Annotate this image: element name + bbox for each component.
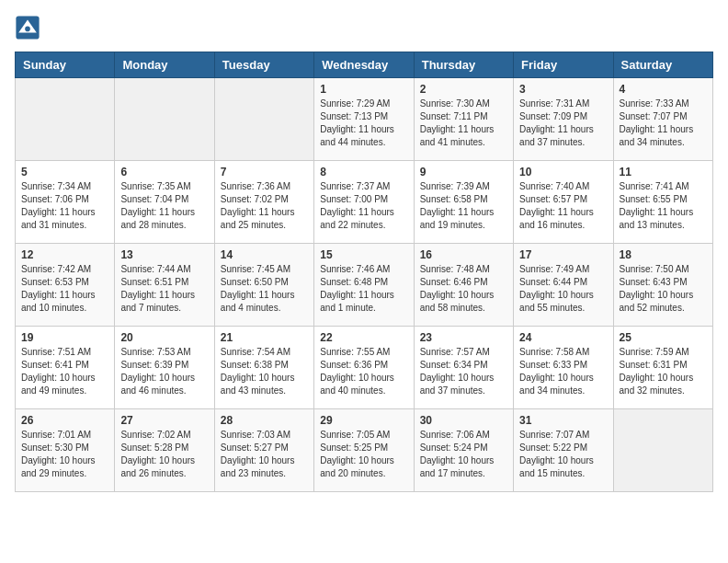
day-info: Sunrise: 7:42 AM Sunset: 6:53 PM Dayligh… (21, 263, 108, 315)
day-number: 28 (221, 414, 308, 427)
day-info: Sunrise: 7:36 AM Sunset: 7:02 PM Dayligh… (221, 180, 308, 232)
calendar-cell (115, 78, 214, 161)
calendar-cell (613, 409, 712, 492)
calendar-cell: 30Sunrise: 7:06 AM Sunset: 5:24 PM Dayli… (414, 409, 513, 492)
day-number: 23 (420, 331, 507, 344)
day-info: Sunrise: 7:35 AM Sunset: 7:04 PM Dayligh… (120, 180, 208, 232)
day-number: 4 (620, 83, 707, 96)
weekday-header-thursday: Thursday (414, 52, 513, 78)
day-number: 2 (420, 83, 507, 96)
weekday-header-row: SundayMondayTuesdayWednesdayThursdayFrid… (16, 52, 713, 78)
day-number: 1 (320, 83, 407, 96)
day-number: 16 (420, 248, 507, 261)
calendar-week-row: 12Sunrise: 7:42 AM Sunset: 6:53 PM Dayli… (16, 244, 713, 327)
day-info: Sunrise: 7:55 AM Sunset: 6:36 PM Dayligh… (320, 346, 407, 397)
calendar-table: SundayMondayTuesdayWednesdayThursdayFrid… (15, 52, 713, 492)
calendar-cell: 31Sunrise: 7:07 AM Sunset: 5:22 PM Dayli… (514, 409, 613, 492)
day-number: 17 (519, 248, 607, 261)
calendar-cell: 17Sunrise: 7:49 AM Sunset: 6:44 PM Dayli… (514, 244, 613, 327)
day-number: 9 (420, 166, 507, 178)
calendar-cell: 7Sunrise: 7:36 AM Sunset: 7:02 PM Daylig… (214, 161, 313, 244)
svg-point-2 (25, 27, 30, 32)
calendar-cell: 13Sunrise: 7:44 AM Sunset: 6:51 PM Dayli… (115, 244, 214, 327)
calendar-cell: 27Sunrise: 7:02 AM Sunset: 5:28 PM Dayli… (115, 409, 214, 492)
day-info: Sunrise: 7:59 AM Sunset: 6:31 PM Dayligh… (620, 346, 707, 397)
calendar-cell: 12Sunrise: 7:42 AM Sunset: 6:53 PM Dayli… (16, 244, 115, 327)
weekday-header-saturday: Saturday (613, 52, 712, 78)
calendar-cell: 29Sunrise: 7:05 AM Sunset: 5:25 PM Dayli… (314, 409, 414, 492)
calendar-cell: 6Sunrise: 7:35 AM Sunset: 7:04 PM Daylig… (115, 161, 214, 244)
day-number: 26 (21, 414, 108, 427)
day-info: Sunrise: 7:07 AM Sunset: 5:22 PM Dayligh… (519, 429, 607, 480)
weekday-header-wednesday: Wednesday (314, 52, 414, 78)
day-number: 8 (320, 166, 407, 178)
day-info: Sunrise: 7:01 AM Sunset: 5:30 PM Dayligh… (21, 429, 108, 480)
day-info: Sunrise: 7:53 AM Sunset: 6:39 PM Dayligh… (120, 346, 208, 397)
calendar-cell: 28Sunrise: 7:03 AM Sunset: 5:27 PM Dayli… (214, 409, 313, 492)
day-number: 11 (620, 166, 707, 178)
day-info: Sunrise: 7:03 AM Sunset: 5:27 PM Dayligh… (221, 429, 308, 480)
calendar-cell: 18Sunrise: 7:50 AM Sunset: 6:43 PM Dayli… (613, 244, 712, 327)
day-info: Sunrise: 7:05 AM Sunset: 5:25 PM Dayligh… (320, 429, 407, 480)
logo (15, 15, 44, 40)
day-info: Sunrise: 7:39 AM Sunset: 6:58 PM Dayligh… (420, 180, 507, 232)
day-number: 24 (519, 331, 607, 344)
day-info: Sunrise: 7:48 AM Sunset: 6:46 PM Dayligh… (420, 263, 507, 315)
day-info: Sunrise: 7:06 AM Sunset: 5:24 PM Dayligh… (420, 429, 507, 480)
calendar-cell: 10Sunrise: 7:40 AM Sunset: 6:57 PM Dayli… (514, 161, 613, 244)
day-info: Sunrise: 7:31 AM Sunset: 7:09 PM Dayligh… (519, 98, 607, 149)
day-number: 27 (120, 414, 208, 427)
day-number: 12 (21, 248, 108, 261)
weekday-header-sunday: Sunday (16, 52, 115, 78)
day-number: 7 (221, 166, 308, 178)
calendar-cell: 21Sunrise: 7:54 AM Sunset: 6:38 PM Dayli… (214, 327, 313, 409)
calendar-cell: 1Sunrise: 7:29 AM Sunset: 7:13 PM Daylig… (314, 78, 414, 161)
calendar-cell: 3Sunrise: 7:31 AM Sunset: 7:09 PM Daylig… (514, 78, 613, 161)
calendar-week-row: 26Sunrise: 7:01 AM Sunset: 5:30 PM Dayli… (16, 409, 713, 492)
day-number: 5 (21, 166, 108, 178)
day-info: Sunrise: 7:34 AM Sunset: 7:06 PM Dayligh… (21, 180, 108, 232)
calendar-cell: 20Sunrise: 7:53 AM Sunset: 6:39 PM Dayli… (115, 327, 214, 409)
calendar-cell: 23Sunrise: 7:57 AM Sunset: 6:34 PM Dayli… (414, 327, 513, 409)
calendar-cell: 2Sunrise: 7:30 AM Sunset: 7:11 PM Daylig… (414, 78, 513, 161)
day-number: 13 (120, 248, 208, 261)
calendar-week-row: 19Sunrise: 7:51 AM Sunset: 6:41 PM Dayli… (16, 327, 713, 409)
day-info: Sunrise: 7:51 AM Sunset: 6:41 PM Dayligh… (21, 346, 108, 397)
page-header (15, 15, 713, 40)
day-info: Sunrise: 7:58 AM Sunset: 6:33 PM Dayligh… (519, 346, 607, 397)
day-info: Sunrise: 7:57 AM Sunset: 6:34 PM Dayligh… (420, 346, 507, 397)
day-number: 19 (21, 331, 108, 344)
day-number: 31 (519, 414, 607, 427)
day-number: 20 (120, 331, 208, 344)
day-info: Sunrise: 7:49 AM Sunset: 6:44 PM Dayligh… (519, 263, 607, 315)
day-info: Sunrise: 7:02 AM Sunset: 5:28 PM Dayligh… (120, 429, 208, 480)
weekday-header-monday: Monday (115, 52, 214, 78)
calendar-cell: 15Sunrise: 7:46 AM Sunset: 6:48 PM Dayli… (314, 244, 414, 327)
day-info: Sunrise: 7:29 AM Sunset: 7:13 PM Dayligh… (320, 98, 407, 149)
day-info: Sunrise: 7:30 AM Sunset: 7:11 PM Dayligh… (420, 98, 507, 149)
calendar-cell: 16Sunrise: 7:48 AM Sunset: 6:46 PM Dayli… (414, 244, 513, 327)
day-number: 30 (420, 414, 507, 427)
day-number: 3 (519, 83, 607, 96)
day-number: 21 (221, 331, 308, 344)
day-info: Sunrise: 7:50 AM Sunset: 6:43 PM Dayligh… (620, 263, 707, 315)
day-number: 29 (320, 414, 407, 427)
calendar-week-row: 1Sunrise: 7:29 AM Sunset: 7:13 PM Daylig… (16, 78, 713, 161)
calendar-cell: 4Sunrise: 7:33 AM Sunset: 7:07 PM Daylig… (613, 78, 712, 161)
calendar-cell (16, 78, 115, 161)
day-number: 6 (120, 166, 208, 178)
calendar-cell: 9Sunrise: 7:39 AM Sunset: 6:58 PM Daylig… (414, 161, 513, 244)
day-number: 18 (620, 248, 707, 261)
calendar-cell: 24Sunrise: 7:58 AM Sunset: 6:33 PM Dayli… (514, 327, 613, 409)
weekday-header-friday: Friday (514, 52, 613, 78)
day-info: Sunrise: 7:54 AM Sunset: 6:38 PM Dayligh… (221, 346, 308, 397)
day-number: 14 (221, 248, 308, 261)
day-info: Sunrise: 7:37 AM Sunset: 7:00 PM Dayligh… (320, 180, 407, 232)
calendar-cell: 19Sunrise: 7:51 AM Sunset: 6:41 PM Dayli… (16, 327, 115, 409)
day-info: Sunrise: 7:45 AM Sunset: 6:50 PM Dayligh… (221, 263, 308, 315)
calendar-cell: 14Sunrise: 7:45 AM Sunset: 6:50 PM Dayli… (214, 244, 313, 327)
calendar-cell: 8Sunrise: 7:37 AM Sunset: 7:00 PM Daylig… (314, 161, 414, 244)
day-number: 22 (320, 331, 407, 344)
day-number: 10 (519, 166, 607, 178)
day-info: Sunrise: 7:33 AM Sunset: 7:07 PM Dayligh… (620, 98, 707, 149)
